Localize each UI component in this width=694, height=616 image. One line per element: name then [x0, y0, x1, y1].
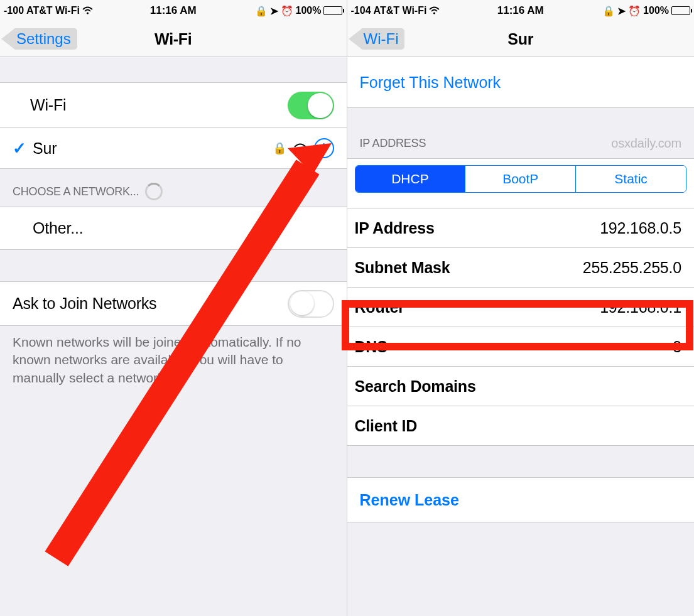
carrier-label: AT&T Wi-Fi — [374, 5, 427, 16]
battery-percent: 100% — [296, 5, 322, 16]
tab-bootp[interactable]: BootP — [465, 166, 575, 192]
status-bar: -104 AT&T Wi-Fi 11:16 AM 🔒 ➤ ⏰ 100% — [347, 0, 695, 21]
renew-lease-row[interactable]: Renew Lease — [347, 477, 695, 522]
subnet-row: Subnet Mask 255.255.255.0 — [347, 248, 695, 288]
back-button[interactable]: Wi-Fi — [360, 28, 405, 50]
wifi-icon — [429, 7, 440, 15]
lock-icon: 🔒 — [602, 5, 615, 17]
tab-dhcp[interactable]: DHCP — [355, 166, 465, 192]
tab-static[interactable]: Static — [575, 166, 686, 192]
back-label: Settings — [13, 30, 71, 48]
signal-strength: -100 — [4, 5, 24, 16]
forget-network-row[interactable]: Forget This Network — [347, 57, 695, 108]
search-domains-row[interactable]: Search Domains — [347, 367, 695, 406]
chevron-left-icon — [1, 30, 13, 48]
annotation-arrow-icon — [38, 132, 339, 565]
location-icon: ➤ — [270, 5, 278, 17]
search-domains-label: Search Domains — [355, 377, 476, 396]
client-id-row[interactable]: Client ID — [347, 406, 695, 445]
renew-lease-link: Renew Lease — [360, 491, 459, 509]
checkmark-icon: ✓ — [13, 139, 26, 158]
back-button[interactable]: Settings — [13, 28, 77, 50]
svg-line-4 — [57, 167, 308, 559]
ip-address-header: IP ADDRESS osxdaily.com — [347, 108, 695, 158]
lock-icon: 🔒 — [255, 5, 268, 17]
ip-address-row: IP Address 192.168.0.5 — [347, 208, 695, 248]
navbar: Settings Wi-Fi — [0, 21, 347, 57]
alarm-icon: ⏰ — [281, 5, 293, 17]
forget-network-link: Forget This Network — [360, 73, 501, 92]
wifi-toggle-row: Wi-Fi — [0, 82, 347, 128]
signal-strength: -104 — [351, 5, 371, 16]
wifi-icon — [82, 7, 93, 15]
router-highlight-box — [342, 300, 693, 350]
battery-icon — [323, 6, 342, 15]
clock: 11:16 AM — [464, 4, 577, 17]
location-icon: ➤ — [617, 5, 626, 17]
ip-mode-segmented[interactable]: DHCP BootP Static — [355, 165, 687, 193]
svg-point-0 — [87, 12, 89, 14]
alarm-icon: ⏰ — [628, 5, 641, 17]
wifi-label: Wi-Fi — [30, 96, 66, 114]
subnet-value: 255.255.255.0 — [583, 259, 681, 277]
navbar: Wi-Fi Sur — [347, 21, 695, 57]
carrier-label: AT&T Wi-Fi — [26, 5, 80, 16]
ip-header-label: IP ADDRESS — [360, 137, 426, 150]
battery-icon — [671, 6, 690, 15]
ip-address-value: 192.168.0.5 — [600, 219, 681, 237]
client-id-label: Client ID — [355, 417, 418, 435]
back-label: Wi-Fi — [360, 30, 399, 48]
watermark: osxdaily.com — [611, 136, 681, 151]
svg-point-2 — [433, 12, 435, 14]
chevron-left-icon — [349, 30, 360, 48]
wifi-toggle[interactable] — [288, 92, 334, 119]
clock: 11:16 AM — [117, 4, 230, 17]
subnet-label: Subnet Mask — [355, 259, 450, 277]
ip-address-label: IP Address — [355, 219, 435, 237]
battery-percent: 100% — [643, 5, 669, 16]
status-bar: -100 AT&T Wi-Fi 11:16 AM 🔒 ➤ ⏰ 100% — [0, 0, 347, 21]
